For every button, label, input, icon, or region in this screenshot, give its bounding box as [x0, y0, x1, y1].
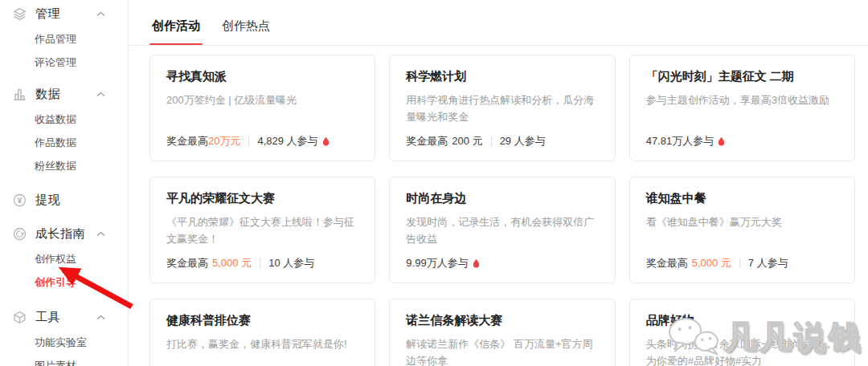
sidebar-section-label: 成长指南: [35, 226, 92, 242]
participants-count: 7 人参与: [748, 256, 788, 270]
sidebar-item-works-data[interactable]: 作品数据: [0, 131, 128, 154]
prize-value: 200 元: [452, 134, 482, 148]
divider: [260, 258, 260, 268]
tab-creation-activities[interactable]: 创作活动: [149, 18, 203, 45]
sidebar-item-revenue-data[interactable]: 收益数据: [0, 108, 128, 131]
card-title: 品牌好物: [646, 313, 838, 328]
participants-count: 29 人参与: [500, 134, 546, 148]
cube-icon: [13, 311, 27, 324]
sidebar-section-label: 数据: [35, 87, 92, 102]
flame-icon: [321, 136, 330, 147]
sidebar-item-fans-data[interactable]: 粉丝数据: [0, 154, 128, 177]
card-title: 时尚在身边: [406, 191, 598, 206]
chevron-up-icon: [96, 231, 105, 237]
compass-icon: [13, 227, 27, 241]
chevron-up-icon: [96, 92, 105, 97]
prize-label: 奖金最高: [166, 134, 208, 148]
prize-value: 5,000 元: [212, 256, 252, 270]
sidebar-section-label: 管理: [35, 6, 92, 22]
activity-card[interactable]: 品牌好物 头条时尚携手百余家国际一线时尚品牌，为你爱的#品牌好物#实力 2.04…: [629, 299, 855, 366]
card-title: 平凡的荣耀征文大赛: [166, 191, 358, 206]
card-desc: 参与主题创作活动，享最高3倍收益激励: [646, 92, 838, 125]
participants-count: 47.81万人参与: [646, 134, 714, 148]
sidebar-section-label: 工具: [35, 310, 92, 325]
card-footer: 奖金最高20万元 4,829 人参与: [166, 134, 358, 148]
card-desc: 打比赛，赢奖金，健康科普冠军就是你!: [166, 336, 358, 366]
card-footer: 奖金最高200 元 29 人参与: [406, 134, 598, 148]
card-title: 科学燃计划: [406, 69, 598, 84]
chevron-up-icon: [96, 315, 105, 320]
bar-chart-icon: [13, 87, 27, 101]
sidebar-item-works-management[interactable]: 作品管理: [0, 27, 128, 51]
sidebar: 管理 作品管理 评论管理 数据 收益数据 作品数据 粉丝数据 提现: [0, 0, 129, 366]
card-footer: 奖金最高5,000 元 7 人参与: [646, 256, 838, 270]
sidebar-item-image-assets[interactable]: 图片素材: [0, 354, 128, 366]
flame-icon: [472, 258, 481, 269]
activity-card[interactable]: 平凡的荣耀征文大赛 《平凡的荣耀》征文大赛上线啦！参与征文赢奖金！ 奖金最高5,…: [149, 177, 375, 283]
activity-card[interactable]: 时尚在身边 发现时尚，记录生活，有机会获得双倍广告收益 9.99万人参与: [389, 177, 615, 283]
tab-creation-hotspots[interactable]: 创作热点: [219, 18, 272, 45]
card-footer: 9.99万人参与: [406, 256, 598, 270]
chevron-up-icon: [96, 11, 105, 17]
activity-card-grid: 寻找真知派 200万签约金 | 亿级流量曝光 奖金最高20万元 4,829 人参…: [129, 46, 868, 366]
activity-card[interactable]: 寻找真知派 200万签约金 | 亿级流量曝光 奖金最高20万元 4,829 人参…: [149, 55, 375, 161]
card-title: 谁知盘中餐: [646, 191, 838, 206]
tab-bar: 创作活动 创作热点: [129, 0, 868, 46]
card-desc: 200万签约金 | 亿级流量曝光: [166, 92, 358, 125]
card-desc: 用科学视角进行热点解读和分析，瓜分海量曝光和奖金: [406, 92, 598, 125]
activity-card[interactable]: 诺兰信条解读大赛 解读诺兰新作《信条》 百万流量+官方周边等你拿 48 人参与: [389, 299, 615, 366]
sidebar-group-management: 管理 作品管理 评论管理: [0, 1, 128, 74]
card-title: 诺兰信条解读大赛: [406, 313, 598, 328]
participants-count: 9.99万人参与: [406, 256, 468, 270]
sidebar-group-withdraw: 提现: [0, 187, 128, 214]
main-content: 创作活动 创作热点 寻找真知派 200万签约金 | 亿级流量曝光 奖金最高20万…: [129, 0, 868, 366]
divider: [491, 136, 492, 146]
prize-value: 5,000 元: [692, 256, 731, 270]
layers-icon: [13, 7, 27, 21]
coin-icon: [13, 193, 27, 207]
card-desc: 发现时尚，记录生活，有机会获得双倍广告收益: [406, 214, 598, 247]
activity-card[interactable]: 健康科普排位赛 打比赛，赢奖金，健康科普冠军就是你! 奖金最高6,000 元 2…: [149, 299, 375, 366]
sidebar-item-creation-guide[interactable]: 创作引导: [0, 270, 128, 294]
activity-card[interactable]: 科学燃计划 用科学视角进行热点解读和分析，瓜分海量曝光和奖金 奖金最高200 元…: [389, 55, 615, 161]
activity-card[interactable]: 「闪光时刻」主题征文 二期 参与主题创作活动，享最高3倍收益激励 47.81万人…: [629, 55, 855, 161]
prize-label: 奖金最高: [166, 256, 208, 270]
prize-label: 奖金最高: [406, 134, 448, 148]
sidebar-section-growth-guide[interactable]: 成长指南: [0, 221, 128, 247]
prize-label: 奖金最高: [646, 256, 688, 270]
participants-count: 4,829 人参与: [257, 134, 317, 148]
sidebar-group-growth-guide: 成长指南 创作权益 创作引导: [0, 221, 128, 294]
card-title: 健康科普排位赛: [166, 313, 358, 328]
sidebar-group-data: 数据 收益数据 作品数据 粉丝数据: [0, 81, 128, 177]
sidebar-group-tools: 工具 功能实验室 图片素材: [0, 304, 128, 366]
card-desc: 看《谁知盘中餐》赢万元大奖: [646, 214, 838, 247]
sidebar-item-feature-lab[interactable]: 功能实验室: [0, 331, 128, 354]
sidebar-section-management[interactable]: 管理: [0, 1, 128, 27]
activity-card[interactable]: 谁知盘中餐 看《谁知盘中餐》赢万元大奖 奖金最高5,000 元 7 人参与: [629, 177, 855, 283]
flame-icon: [717, 136, 726, 147]
participants-count: 10 人参与: [268, 256, 314, 270]
card-desc: 解读诺兰新作《信条》 百万流量+官方周边等你拿: [406, 336, 598, 366]
card-desc: 头条时尚携手百余家国际一线时尚品牌，为你爱的#品牌好物#实力: [646, 336, 838, 366]
divider: [739, 258, 740, 268]
card-title: 「闪光时刻」主题征文 二期: [646, 69, 838, 84]
sidebar-section-withdraw[interactable]: 提现: [0, 187, 128, 214]
sidebar-item-creation-rights[interactable]: 创作权益: [0, 247, 128, 270]
sidebar-section-data[interactable]: 数据: [0, 81, 128, 108]
prize-value: 20万元: [208, 134, 240, 148]
divider: [248, 136, 249, 146]
sidebar-section-label: 提现: [35, 193, 105, 208]
sidebar-item-comment-management[interactable]: 评论管理: [0, 51, 128, 74]
card-desc: 《平凡的荣耀》征文大赛上线啦！参与征文赢奖金！: [166, 214, 358, 247]
card-title: 寻找真知派: [166, 69, 358, 84]
card-footer: 47.81万人参与: [646, 134, 838, 148]
card-footer: 奖金最高5,000 元 10 人参与: [166, 256, 358, 270]
sidebar-section-tools[interactable]: 工具: [0, 304, 128, 331]
